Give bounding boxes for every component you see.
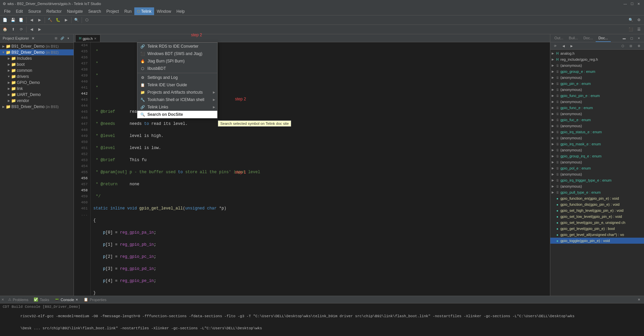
right-panel-min[interactable]: ▬ bbox=[620, 35, 628, 42]
right-toolbar-btn3[interactable]: ▶ bbox=[568, 42, 575, 50]
code-editor[interactable]: 434 435 436 437 438 439 440 441 442 443 … bbox=[74, 42, 550, 296]
build-button[interactable]: 🔨 bbox=[46, 16, 54, 24]
bottom-tab-close[interactable]: ✕ bbox=[1, 298, 4, 301]
toolbar2-btn7[interactable]: ☰ bbox=[635, 26, 643, 33]
right-tab-outline[interactable]: Out... bbox=[552, 35, 566, 42]
outline-func-high[interactable]: ● gpio_set_high_level(gpio_pin_e) : void bbox=[550, 207, 644, 213]
tab-close[interactable]: ✕ bbox=[94, 37, 97, 40]
outline-func-toggle[interactable]: ● gpio_toggle(gpio_pin_e) : void bbox=[550, 238, 644, 244]
search-toolbar-button[interactable]: 🔍 bbox=[73, 16, 80, 24]
tree-drivers[interactable]: ▼ 📁 drivers bbox=[0, 74, 74, 80]
forward-button[interactable]: ▶ bbox=[36, 16, 43, 24]
perspective-button[interactable]: ⬡ bbox=[83, 16, 91, 24]
menu-help[interactable]: Help bbox=[174, 7, 188, 15]
right-tab-doc2[interactable]: Doc... bbox=[596, 35, 611, 42]
menu-file[interactable]: File bbox=[1, 7, 13, 15]
outline-gpio-fuc-e[interactable]: ▶ ① gpio_fuc_e : enum bbox=[550, 117, 644, 123]
right-toolbar-btn1[interactable]: ⟳ bbox=[552, 42, 559, 50]
outline-gpio-func-e[interactable]: ▶ ① gpio_func_e : enum bbox=[550, 105, 644, 111]
toolbar2-btn3[interactable]: ⟳ bbox=[17, 26, 25, 33]
minimize-button[interactable]: — bbox=[623, 1, 628, 6]
outline-gpio-func-pin-e[interactable]: ▶ ① gpio_func_pin_e : enum bbox=[550, 93, 644, 99]
menu-telink[interactable]: ⬡ Telink bbox=[134, 7, 154, 15]
outline-anon-1[interactable]: ▶ ① (anonymous) bbox=[550, 62, 644, 68]
right-toolbar-btn4[interactable]: ⬡ bbox=[619, 42, 627, 50]
outline-func-set-level[interactable]: ● gpio_set_level(gpio_pin_e, unsigned ch bbox=[550, 220, 644, 226]
outline-gpio-irq-status[interactable]: ▶ ① gpio_irq_status_e : enum bbox=[550, 129, 644, 135]
tree-b92-project[interactable]: ▼ 📁 B92_Driver_Demo (in B92) bbox=[0, 49, 74, 55]
menu-edit[interactable]: Edit bbox=[13, 7, 26, 15]
outline-gpio-group-irq[interactable]: ▶ ① gpio_group_irq_e : enum bbox=[550, 153, 644, 159]
outline-anon-10[interactable]: ▶ ① (anonymous) bbox=[550, 171, 644, 177]
outline-analog-h[interactable]: ▶ H analog.h bbox=[550, 50, 644, 56]
tab-gpio-h[interactable]: H gpio.h ✕ bbox=[75, 35, 100, 42]
menu-project[interactable]: Project bbox=[104, 7, 122, 15]
outline-gpio-pin-e[interactable]: ▶ ① gpio_pin_e : enum bbox=[550, 81, 644, 87]
outline-anon-7[interactable]: ▶ ① (anonymous) bbox=[550, 135, 644, 141]
outline-anon-6[interactable]: ▶ ① (anonymous) bbox=[550, 123, 644, 129]
right-tab-doc1[interactable]: Doc... bbox=[581, 35, 596, 42]
debug-button[interactable]: 🐛 bbox=[54, 16, 62, 24]
outline-func-get-all[interactable]: ● gpio_get_level_all(unsigned char*) : v… bbox=[550, 232, 644, 238]
outline-anon-2[interactable]: ▶ ① (anonymous) bbox=[550, 75, 644, 81]
outline-anon-11[interactable]: ▶ ① (anonymous) bbox=[550, 183, 644, 189]
tab-problems[interactable]: ⚠ Problems bbox=[5, 297, 31, 302]
outline-gpio-irq-trigger[interactable]: ▶ ① gpio_irq_trigger_type_e : enum bbox=[550, 177, 644, 183]
tab-properties[interactable]: 📋 Properties bbox=[81, 297, 109, 302]
outline-func-dis[interactable]: ● gpio_function_dis(gpio_pin_e) : void bbox=[550, 201, 644, 207]
right-tab-build[interactable]: Buil... bbox=[566, 35, 581, 42]
maximize-button[interactable]: ☐ bbox=[629, 1, 635, 6]
menu-window[interactable]: Window bbox=[154, 7, 174, 15]
outline-anon-4[interactable]: ▶ ① (anonymous) bbox=[550, 99, 644, 105]
toolbar2-btn1[interactable]: 🏠 bbox=[1, 26, 9, 33]
close-button[interactable]: ✕ bbox=[636, 1, 641, 6]
save-all-button[interactable]: 📑 bbox=[17, 16, 25, 24]
outline-anon-8[interactable]: ▶ ① (anonymous) bbox=[550, 147, 644, 153]
settings-button[interactable]: ⚙ bbox=[635, 16, 643, 24]
tab-console[interactable]: 📟 Console ✕ bbox=[52, 297, 81, 302]
tree-b91-project[interactable]: ▶ 📁 B91_Driver_Demo (in B91) bbox=[0, 43, 74, 49]
outline-gpio-pull-type[interactable]: ▶ ① gpio_pull_type_e : enum bbox=[550, 189, 644, 195]
tree-gpio-demo[interactable]: ▶ 📁 GPIO_Demo bbox=[0, 80, 74, 86]
outline-func-get-level[interactable]: ● gpio_get_level(gpio_pin_e) : bool bbox=[550, 226, 644, 232]
titlebar-controls[interactable]: — ☐ ✕ bbox=[623, 1, 641, 6]
menu-search[interactable]: Search bbox=[86, 7, 104, 15]
collapse-all-button[interactable]: ⊟ bbox=[53, 36, 59, 41]
right-panel-close[interactable]: ✕ bbox=[635, 35, 643, 42]
view-menu-button[interactable]: ▾ bbox=[65, 36, 71, 41]
toolbar2-btn2[interactable]: ⬆ bbox=[9, 26, 17, 33]
outline-func-low[interactable]: ● gpio_set_low_level(gpio_pin_e) : void bbox=[550, 213, 644, 220]
toolbar2-btn6[interactable]: ⬛ bbox=[627, 26, 635, 33]
menu-navigate[interactable]: Navigate bbox=[64, 7, 85, 15]
toolbar2-btn5[interactable]: ▶ bbox=[36, 26, 43, 33]
tree-uart[interactable]: ▶ 📁 UART_Demo bbox=[0, 92, 74, 98]
right-toolbar-settings[interactable]: ⚙ bbox=[635, 42, 643, 50]
outline-func-en[interactable]: ● gpio_function_en(gpio_pin_e) : void bbox=[550, 195, 644, 201]
right-toolbar-btn2[interactable]: ◀ bbox=[560, 42, 567, 50]
menu-refactor[interactable]: Refactor bbox=[44, 7, 64, 15]
outline-reg-gpio[interactable]: ▶ H reg_include/gpio_reg.h bbox=[550, 56, 644, 62]
run-button[interactable]: ▶ bbox=[62, 16, 70, 24]
outline-anon-9[interactable]: ▶ ① (anonymous) bbox=[550, 159, 644, 165]
outline-gpio-irq-mask[interactable]: ▶ ① gpio_irq_mask_e : enum bbox=[550, 141, 644, 147]
tree-includes[interactable]: ▶ 📁 Includes bbox=[0, 55, 74, 61]
back-button[interactable]: ◀ bbox=[28, 16, 35, 24]
toolbar2-btn4[interactable]: ◀ bbox=[28, 26, 35, 33]
right-panel-max[interactable]: ▢ bbox=[628, 35, 635, 42]
right-toolbar-collapse[interactable]: ⊟ bbox=[627, 42, 635, 50]
outline-anon-3[interactable]: ▶ ① (anonymous) bbox=[550, 87, 644, 93]
bottom-panel-close[interactable]: ✕ bbox=[635, 296, 643, 303]
link-editor-button[interactable]: 🔗 bbox=[59, 36, 65, 41]
outline-anon-5[interactable]: ▶ ① (anonymous) bbox=[550, 111, 644, 117]
tree-common[interactable]: ▶ 📁 common bbox=[0, 67, 74, 74]
console-close[interactable]: ✕ bbox=[76, 298, 78, 301]
outline-gpio-group-e[interactable]: ▶ ① gpio_group_e : enum bbox=[550, 68, 644, 75]
tab-tasks[interactable]: ✅ Tasks bbox=[31, 297, 52, 302]
project-explorer-close[interactable]: ✕ bbox=[32, 36, 35, 41]
search-button2[interactable]: 🔍 bbox=[627, 16, 635, 24]
save-button[interactable]: 💾 bbox=[9, 16, 17, 24]
tree-link[interactable]: ▶ 📁 link bbox=[0, 86, 74, 92]
tree-boot[interactable]: ▶ 📁 boot bbox=[0, 61, 74, 67]
menu-source[interactable]: Source bbox=[26, 7, 44, 15]
outline-gpio-pol-e[interactable]: ▶ ① gpio_pol_e : enum bbox=[550, 165, 644, 171]
